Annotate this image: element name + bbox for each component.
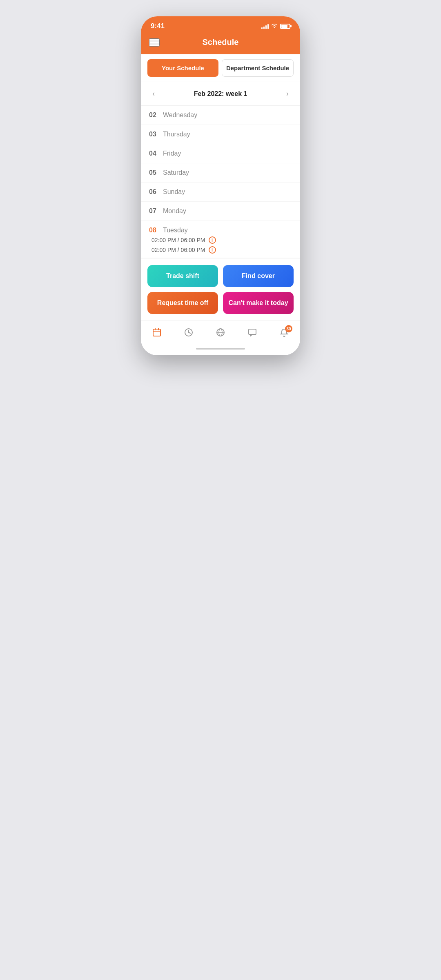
nav-notifications[interactable]: 30 xyxy=(273,326,296,341)
day-number: 07 xyxy=(149,207,160,215)
shift-time: 02:00 PM / 06:00 PM xyxy=(151,237,205,243)
day-row: 06 Sunday xyxy=(141,183,300,202)
nav-time[interactable] xyxy=(177,326,200,341)
shift-info-button[interactable]: i xyxy=(209,246,216,254)
day-name: Thursday xyxy=(163,131,190,138)
nav-globe[interactable] xyxy=(209,326,232,341)
bottom-navigation: 30 xyxy=(141,321,300,345)
trade-shift-button[interactable]: Trade shift xyxy=(147,265,218,287)
svg-rect-10 xyxy=(249,329,256,334)
chat-icon xyxy=(247,327,257,340)
signal-icon xyxy=(261,23,269,29)
day-number: 04 xyxy=(149,150,160,157)
phone-frame: 9:41 Schedule Your Sc xyxy=(141,16,300,355)
clock-icon xyxy=(184,327,194,340)
week-label: Feb 2022: week 1 xyxy=(194,90,247,98)
cant-make-today-button[interactable]: Can't make it today xyxy=(223,292,294,314)
request-time-off-button[interactable]: Request time off xyxy=(147,292,218,314)
day-name: Monday xyxy=(163,207,186,215)
day-number: 06 xyxy=(149,188,160,196)
day-name: Saturday xyxy=(163,169,189,176)
status-bar: 9:41 xyxy=(141,16,300,33)
home-bar xyxy=(196,348,245,350)
day-row: 05 Saturday xyxy=(141,163,300,183)
day-number-today: 08 xyxy=(149,227,160,234)
shift-time-row: 02:00 PM / 06:00 PM i xyxy=(151,246,292,254)
next-week-button[interactable]: › xyxy=(283,88,292,100)
wifi-icon xyxy=(271,23,278,29)
main-content: Your Schedule Department Schedule ‹ Feb … xyxy=(141,54,300,355)
shift-details: 02:00 PM / 06:00 PM i 02:00 PM / 06:00 P… xyxy=(151,234,292,254)
day-row: 02 Wednesday xyxy=(141,106,300,125)
tab-switcher: Your Schedule Department Schedule xyxy=(141,54,300,82)
day-row: 07 Monday xyxy=(141,202,300,221)
nav-schedule[interactable] xyxy=(145,326,168,341)
status-icons xyxy=(261,23,290,29)
app-header: Schedule xyxy=(141,33,300,54)
day-name: Sunday xyxy=(163,188,185,196)
svg-line-6 xyxy=(189,332,190,333)
prev-week-button[interactable]: ‹ xyxy=(149,88,158,100)
nav-messages[interactable] xyxy=(241,326,264,341)
home-indicator xyxy=(141,345,300,355)
schedule-list: 02 Wednesday 03 Thursday 04 Friday 05 Sa… xyxy=(141,106,300,258)
week-navigator: ‹ Feb 2022: week 1 › xyxy=(141,82,300,106)
app-title: Schedule xyxy=(203,38,239,47)
globe-icon xyxy=(216,327,225,340)
day-number: 05 xyxy=(149,169,160,176)
action-buttons: Trade shift Find cover Request time off … xyxy=(141,258,300,321)
day-row-with-shift: 08 Tuesday 02:00 PM / 06:00 PM i 02:00 P… xyxy=(141,221,300,258)
day-name: Tuesday xyxy=(163,227,188,234)
tab-department-schedule[interactable]: Department Schedule xyxy=(222,59,294,77)
status-time: 9:41 xyxy=(151,22,165,30)
menu-button[interactable] xyxy=(149,38,160,47)
tab-your-schedule[interactable]: Your Schedule xyxy=(147,59,218,77)
svg-rect-0 xyxy=(153,329,160,336)
notification-badge: 30 xyxy=(285,325,292,332)
shift-info-button[interactable]: i xyxy=(209,236,216,244)
find-cover-button[interactable]: Find cover xyxy=(223,265,294,287)
day-row: 04 Friday xyxy=(141,144,300,163)
calendar-icon xyxy=(152,327,162,340)
battery-icon xyxy=(280,24,290,29)
day-name: Wednesday xyxy=(163,111,197,119)
day-name: Friday xyxy=(163,150,181,157)
shift-time: 02:00 PM / 06:00 PM xyxy=(151,247,205,253)
day-number: 02 xyxy=(149,111,160,119)
shift-time-row: 02:00 PM / 06:00 PM i xyxy=(151,236,292,244)
day-number: 03 xyxy=(149,131,160,138)
day-row: 03 Thursday xyxy=(141,125,300,144)
